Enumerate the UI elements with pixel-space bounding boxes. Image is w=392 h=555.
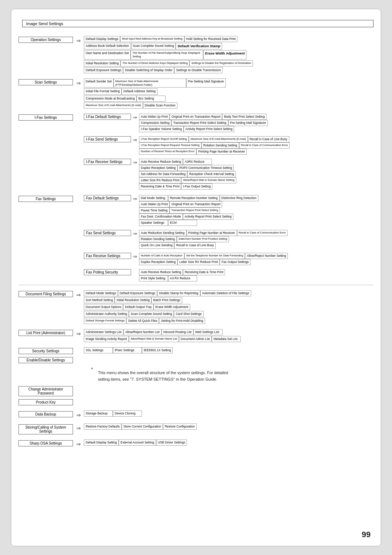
listprint-item: Inbound Routing List [162,329,193,335]
ifax-settings-label: I-Fax Settings [19,114,73,121]
security-item: IPsec Settings [113,347,142,353]
sharp-osa-arrow: ⇒ [73,441,84,447]
scan-item: Pre-Setting Mail Signature [186,78,226,88]
operation-settings-section: Operation Settings ⇒ Default Display Set… [19,36,373,73]
listprint-content: Administrator Settings List Allow/Reject… [84,329,373,342]
ifax-item: Recall in Case of Communication Error [239,142,290,149]
top-bar: Image Send Settings [19,20,373,31]
scan-item: Initial File Format Setting [84,88,122,94]
sharp-osa-label: Sharp OSA Settings [19,440,73,446]
docfiling-item: Scan Complete Sound Setting [129,311,174,317]
listprint-item: Allow/Reject Number List [123,329,162,335]
fax-send-label: Fax Send Settings [84,230,131,236]
ifax-item: Original Print on Transaction Report [170,114,222,120]
ifax-item: I-Fax Speaker Volume Setting [139,126,184,132]
ifax-item: Number of Resend Times at Reception Erro… [139,149,196,155]
fax-item: Original Print on Transaction Report [170,201,222,207]
op-item: Erase Width Adjustment [203,50,246,60]
fax-default-label: Fax Default Settings [84,195,131,201]
op-row-4: Initial Resolution Setting The Number of… [84,60,373,66]
ifax-item: Set Address for Data Forwarding [139,171,187,177]
data-backup-row: Data Backup ⇒ Storage Backup Device Clon… [19,410,373,418]
listprint-label: List Print (Administrator) [19,330,73,336]
top-section-label: Image Send Settings [22,20,373,27]
ifax-item: Reception Check Interval Setting [187,171,236,177]
fax-receive-items: Number of Calls in Auto Reception Set th… [139,253,288,265]
fax-polling-row: Fax Polling Security Auto Receive Reduce… [84,269,373,281]
osa-item: External Account Setting [119,439,156,446]
fax-item: Date/Own Number Print Position Setting [177,236,229,242]
data-backup-content: Storage Backup Device Cloning [84,410,373,417]
fax-item: Auto Receive Reduce Setting [139,269,183,275]
osa-item: USB Driver Settings [156,439,187,446]
product-key-row: Product Key [19,398,373,405]
docfiling-item: Batch Print Settings [151,297,182,303]
ifax-item: A3RX Reduce [183,159,212,165]
scan-settings-section: Scan Settings ⇒ Default Sender Set Maxim… [19,78,373,109]
scan-item: Default Address Setting [122,88,158,94]
docfiling-item: Card Shot Settings [174,311,203,317]
ifax-item: Receiving Date & Time Print [139,183,181,190]
ifax-send-label: I-Fax Send Settings [84,136,131,142]
docfiling-item: Default Output Tray [123,304,154,310]
op-item: Default Display Settings [84,36,120,42]
docfiling-item: Document Output Options [84,304,123,310]
listprint-item: Web Settings List [193,329,222,335]
fax-item: Printing Page Number at Receiver [187,230,237,236]
listprint-item: Image Sending Activity Report [84,336,129,342]
ifax-send-row: I-Fax Send Settings ⇒ I-Fax Reception Re… [84,136,373,155]
note-asterisk: * [91,367,93,372]
docfiling-item: Default Exposure Settings [118,290,157,296]
enable-disable-label: Enable/Disable Settings [19,357,73,363]
fax-item: Auto Reduction Sending Setting [139,230,187,236]
security-section: Security Settings SSL Settings IPsec Set… [19,347,373,354]
scan-row-3: Compression Mode at Broadcasting Bcc Set… [84,96,373,102]
listprint-arrow: ⇒ [73,331,84,337]
op-item: Hold Setting for Received Data Print [184,36,238,42]
fax-item: Quick On Line Sending [139,242,174,248]
op-row-5: Default Exposure Settings Disable Switch… [84,67,373,73]
ifax-default-label: I-Fax Default Settings [84,114,131,120]
op-item: Initial Resolution Setting [84,60,121,66]
fax-settings-label: Fax Settings [19,196,73,202]
storing-item: Restore Configuration [163,424,197,430]
op-item bold-text: Default Verification Stamp [176,43,222,49]
scan-item: Disable Scan Function [143,102,177,109]
fax-item: Speaker Settings [139,220,168,226]
enable-disable-section: Enable/Disable Settings [19,356,373,363]
ifax-item: Letter Size RX Reduce Print [139,177,181,183]
storing-arrow: ⇒ [73,425,84,432]
docfiling-item: Sort Method Setting [84,297,115,303]
fax-default-items: Dial Mode Setting Remote Reception Numbe… [139,195,258,226]
ifax-item: I-Fax Reception Report On/Off Setting [139,136,189,142]
osa-item: Default Display Setting [84,439,119,446]
ifax-send-arrow: ⇒ [131,137,139,143]
fax-settings-row: Fax Settings Fax Default Settings ⇒ Dial… [19,195,373,282]
fax-settings-section: Fax Settings Fax Default Settings ⇒ Dial… [19,195,373,282]
fax-polling-label: Fax Polling Security [84,269,131,275]
ifax-item: I-Fax Output Setting [181,183,212,190]
listprint-row: List Print (Administrator) ⇒ Administrat… [19,329,373,342]
scan-item: Default Sender Set [84,78,114,88]
ifax-item: Printing Page Number at Receiver [196,149,247,155]
scan-arrow: ⇒ [73,80,84,86]
section-divider [19,285,373,285]
scan-settings-label: Scan Settings [19,79,73,85]
docfiling-item: Initial Resolution Setting [115,297,151,303]
ifax-settings-content: I-Fax Default Settings ⇒ Auto Wake Up Pr… [84,114,373,190]
backup-item: Storage Backup [84,410,113,417]
scan-settings-row: Scan Settings ⇒ Default Sender Set Maxim… [19,78,373,109]
storing-content: Restore Factory Defaults Store Current C… [84,424,373,430]
fax-item: Dial Mode Setting [139,195,168,201]
security-item: SSL Settings [84,347,113,353]
scan-row-1: Default Sender Set Maximum Size of Data … [84,78,373,88]
page-number: 99 [362,530,371,539]
fax-item: Letter Size RX Reduce Print [177,259,220,265]
docfiling-item: Default Mode Settings [84,290,118,296]
change-admin-row: Change Administrator Password [19,385,373,396]
op-row-2: Address Book Default Selection Scan Comp… [84,43,373,49]
note-text: This menu shows the overall structure of… [98,370,236,382]
op-item: Scan Complete Sound Setting [131,43,176,49]
storing-label: Storing/Calling of System Settings [19,424,73,434]
security-content: SSL Settings IPsec Settings IEEE802.1X S… [84,347,373,353]
